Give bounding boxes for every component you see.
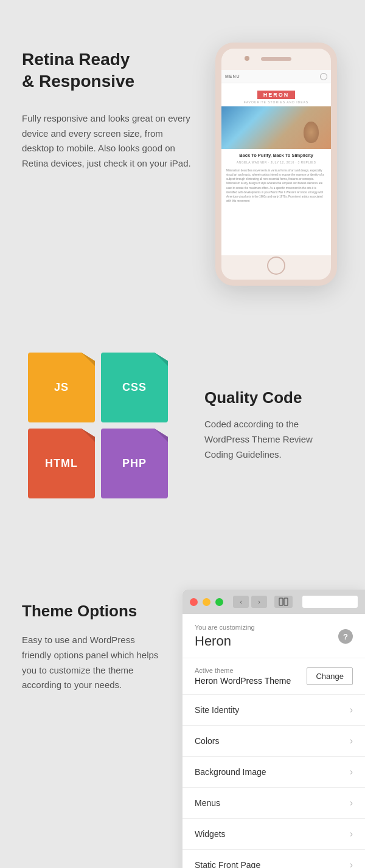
customizer-panel: ‹ › You are customizing Heron ? Active t… [182,590,365,868]
code-icons-grid: JS CSS HTML PHP [22,346,180,505]
theme-text-block: Theme Options Easy to use and WordPress … [0,565,182,717]
chrome-back-button[interactable]: ‹ [233,596,249,608]
active-theme-info: Active theme Heron WordPress Theme [195,667,291,686]
active-theme-panel: Active theme Heron WordPress Theme Chang… [182,658,365,695]
phone-post-text: Minimalism describes movements in variou… [221,167,331,205]
chrome-address-bar[interactable] [302,596,358,608]
phone-post-meta: ANGELA WAGNER · JULY 12, 2016 · 3 REPLIE… [221,160,331,167]
menu-item-static-front-page[interactable]: Static Front Page › [182,850,365,868]
customizing-theme-name: Heron [195,633,255,649]
chrome-forward-button[interactable]: › [251,596,267,608]
customizing-label: You are customizing [195,624,255,631]
svg-rect-1 [284,598,288,605]
quality-title: Quality Code [204,388,343,407]
menu-item-colors[interactable]: Colors › [182,726,365,757]
menu-item-site-identity[interactable]: Site Identity › [182,695,365,726]
menu-item-colors-label: Colors [195,736,219,746]
phone-screen: MENU HERON FAVOURITE STORIES AND IDEAS B… [221,70,331,255]
quality-description: Coded according to the WordPress Theme R… [204,417,343,462]
menu-item-background-image-label: Background Image [195,767,266,777]
chevron-right-icon: › [350,828,353,839]
chrome-nav-buttons: ‹ › [233,596,267,608]
theme-options-description: Easy to use and WordPress friendly optio… [22,633,161,693]
phone-home-button [267,257,285,275]
js-icon: JS [28,353,95,422]
phone-hero-image [221,106,331,149]
html-icon: HTML [28,429,95,498]
menu-item-static-front-page-label: Static Front Page [195,860,260,868]
customizer-title-block: You are customizing Heron [195,624,255,649]
chevron-right-icon: › [350,859,353,868]
active-theme-label: Active theme [195,667,291,674]
menu-item-site-identity-label: Site Identity [195,705,239,715]
chevron-right-icon: › [350,797,353,808]
css-icon: CSS [101,353,168,422]
chrome-view-button[interactable] [274,596,293,608]
active-theme-name: Heron WordPress Theme [195,676,291,686]
menu-item-menus-label: Menus [195,798,220,808]
chrome-maximize-dot[interactable] [215,598,223,606]
change-theme-button[interactable]: Change [307,667,353,685]
svg-rect-0 [279,598,283,605]
retina-description: Fully responsive and looks great on ever… [22,111,197,171]
help-icon[interactable]: ? [338,629,353,644]
phone-camera [245,56,249,61]
menu-item-menus[interactable]: Menus › [182,788,365,819]
phone-mockup-container: MENU HERON FAVOURITE STORIES AND IDEAS B… [209,36,343,286]
phone-post-title: Back To Purity, Back To Simplicity [221,149,331,160]
phone-nav-search-icon [320,73,327,80]
php-icon: PHP [101,429,168,498]
menu-item-widgets-label: Widgets [195,829,226,839]
theme-options-title: Theme Options [22,602,161,621]
phone-mockup: MENU HERON FAVOURITE STORIES AND IDEAS B… [215,43,337,286]
phone-nav: MENU [221,70,331,83]
phone-speaker [261,57,291,61]
phone-tagline: FAVOURITE STORIES AND IDEAS [225,100,327,104]
phone-logo-badge: HERON [257,91,296,99]
chevron-right-icon: › [350,704,353,715]
customizer-header: You are customizing Heron ? [182,614,365,658]
chrome-close-dot[interactable] [190,598,198,606]
quality-text-block: Quality Code Coded according to the Word… [204,388,343,462]
phone-logo-area: HERON FAVOURITE STORIES AND IDEAS [221,83,331,106]
browser-chrome: ‹ › [182,590,365,614]
retina-title: Retina Ready & Responsive [22,49,197,93]
theme-section: Theme Options Easy to use and WordPress … [0,541,365,868]
chevron-right-icon: › [350,735,353,746]
retina-section: Retina Ready & Responsive Fully responsi… [0,0,365,322]
phone-nav-menu-label: MENU [225,74,240,78]
chevron-right-icon: › [350,766,353,777]
chrome-minimize-dot[interactable] [203,598,210,606]
menu-item-widgets[interactable]: Widgets › [182,819,365,850]
retina-text-block: Retina Ready & Responsive Fully responsi… [22,36,197,171]
quality-section: JS CSS HTML PHP Quality Code Coded accor… [0,322,365,541]
menu-item-background-image[interactable]: Background Image › [182,757,365,788]
